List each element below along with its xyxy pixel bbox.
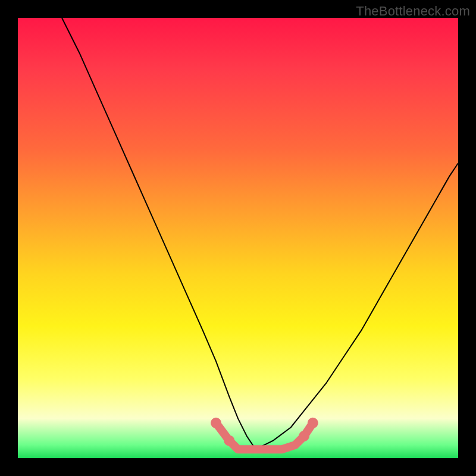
curve-right-branch <box>256 163 458 449</box>
highlight-dot <box>224 435 234 446</box>
watermark-text: TheBottleneck.com <box>356 4 470 19</box>
curve-left-branch <box>62 18 256 449</box>
highlight-dot <box>211 418 221 428</box>
highlight-dot <box>299 431 309 441</box>
chart-svg <box>18 18 458 458</box>
highlight-dot <box>308 418 318 428</box>
